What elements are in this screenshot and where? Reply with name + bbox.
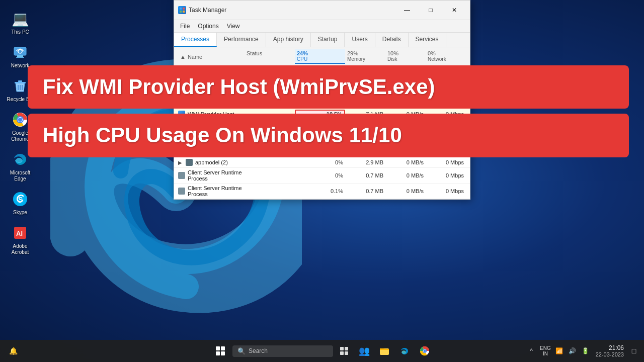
cell-status: [245, 162, 295, 163]
desktop-icon-skype[interactable]: S Skype: [4, 188, 36, 218]
taskbar: 🔔 🔍 Search: [0, 340, 644, 362]
expand-icon: ▶: [178, 160, 183, 165]
menu-options[interactable]: Options: [194, 21, 222, 31]
task-view-icon[interactable]: [335, 342, 353, 360]
process-name: ▶ appmodel (2): [178, 159, 245, 166]
col-cpu[interactable]: 24% CPU: [295, 49, 345, 64]
chevron-up-icon[interactable]: ^: [525, 342, 537, 360]
process-icon: [178, 172, 185, 179]
chrome-taskbar-icon[interactable]: [416, 342, 434, 360]
overlay-banners: Fix WMI Provider Host (WmiPrvSE.exe) Hig…: [28, 65, 629, 157]
chrome-icon: [11, 111, 29, 129]
menu-file[interactable]: File: [176, 21, 194, 31]
start-button[interactable]: [210, 342, 230, 360]
tab-processes[interactable]: Processes: [174, 33, 217, 47]
taskbar-left: 🔔: [4, 342, 22, 360]
banner-fix-wmi-text: Fix WMI Provider Host (WmiPrvSE.exe): [43, 74, 435, 100]
svg-rect-2: [16, 57, 24, 58]
col-memory[interactable]: 29% Memory: [345, 49, 385, 64]
clock-time: 21:06: [609, 344, 624, 351]
svg-rect-19: [345, 347, 348, 350]
cell-disk: 0 MB/s: [385, 172, 426, 179]
tab-performance[interactable]: Performance: [217, 33, 266, 47]
search-placeholder: Search: [249, 347, 268, 354]
cell-network: 0 Mbps: [426, 188, 466, 195]
win-sq-2: [221, 346, 225, 350]
task-manager-tabs: Processes Performance App history Startu…: [174, 33, 470, 47]
win-sq-4: [221, 351, 225, 355]
svg-text:Ai: Ai: [16, 230, 23, 237]
col-network[interactable]: 0% Network: [426, 49, 466, 64]
cell-network: 0 Mbps: [426, 172, 466, 179]
col-name[interactable]: ▲ Name: [178, 49, 245, 64]
table-row[interactable]: Client Server Runtime Process 0% 0.7 MB …: [174, 168, 470, 184]
file-explorer-icon[interactable]: [375, 342, 393, 360]
svg-rect-17: [183, 11, 185, 13]
search-icon: 🔍: [237, 347, 246, 355]
svg-point-26: [424, 350, 426, 352]
network-label: Network: [11, 63, 30, 69]
edge-taskbar-icon[interactable]: [395, 342, 414, 360]
svg-rect-20: [340, 351, 344, 355]
volume-icon[interactable]: 🔊: [567, 342, 579, 360]
menu-view[interactable]: View: [223, 21, 244, 31]
svg-rect-14: [180, 8, 182, 10]
desktop-icon-this-pc[interactable]: 💻 This PC: [4, 8, 36, 37]
cell-disk: 0 MB/s: [385, 188, 426, 195]
battery-icon[interactable]: 🔋: [580, 342, 592, 360]
recycle-bin-icon: [11, 77, 29, 95]
desktop: 💻 This PC Network: [0, 0, 644, 362]
minimize-button[interactable]: —: [395, 4, 419, 17]
table-row[interactable]: ▶ appmodel (2) 0% 2.9 MB 0 MB/s 0 Mbps: [174, 157, 470, 168]
network-status-icon[interactable]: 📶: [553, 342, 566, 360]
svg-point-9: [18, 118, 22, 122]
taskbar-search[interactable]: 🔍 Search: [232, 345, 333, 357]
people-icon[interactable]: 👥: [355, 342, 373, 360]
notification-bell-icon[interactable]: 🔔: [4, 342, 22, 360]
tab-services[interactable]: Services: [409, 33, 446, 47]
task-manager-menubar: File Options View: [174, 20, 470, 33]
table-row[interactable]: Client Server Runtime Process 0.1% 0.7 M…: [174, 184, 470, 199]
system-tray: ^ ENG IN 📶 🔊 🔋 21:06 22-03-2023 □: [525, 342, 640, 360]
desktop-icon-adobe-acrobat[interactable]: Ai Adobe Acrobat: [4, 222, 36, 257]
close-button[interactable]: ✕: [443, 4, 466, 17]
clock-date: 22-03-2023: [596, 351, 624, 357]
svg-text:S: S: [18, 196, 23, 204]
edge-label: Microsoft Edge: [6, 170, 34, 182]
system-clock[interactable]: 21:06 22-03-2023: [593, 344, 627, 357]
cell-status: [245, 191, 295, 192]
adobe-acrobat-icon: Ai: [11, 224, 29, 242]
tab-users[interactable]: Users: [345, 33, 375, 47]
svg-rect-16: [180, 11, 182, 13]
col-disk[interactable]: 10% Disk: [385, 49, 426, 64]
cell-memory: 0.7 MB: [345, 172, 385, 179]
skype-icon: S: [11, 190, 29, 208]
process-name: Client Server Runtime Process: [178, 185, 245, 197]
svg-rect-21: [345, 351, 348, 355]
language-indicator[interactable]: ENG IN: [538, 345, 552, 356]
cell-memory: 0.7 MB: [345, 188, 385, 195]
network-icon: [11, 43, 29, 61]
process-icon: [186, 159, 193, 166]
col-status[interactable]: Status: [245, 49, 295, 64]
svg-rect-5: [18, 80, 22, 82]
edge-icon: [11, 150, 29, 168]
cell-status: [245, 175, 295, 176]
this-pc-label: This PC: [11, 29, 29, 35]
taskbar-right: ^ ENG IN 📶 🔊 🔋 21:06 22-03-2023 □: [525, 342, 640, 360]
win-sq-3: [216, 351, 220, 355]
maximize-button[interactable]: □: [419, 4, 442, 17]
cell-cpu: 0%: [295, 172, 345, 179]
svg-rect-18: [340, 347, 344, 350]
tab-app-history[interactable]: App history: [266, 33, 311, 47]
cell-disk: 0 MB/s: [385, 159, 426, 166]
this-pc-icon: 💻: [11, 10, 29, 28]
tab-details[interactable]: Details: [375, 33, 409, 47]
cell-cpu: 0.1%: [295, 188, 345, 195]
win-sq-1: [216, 346, 220, 350]
banner-high-cpu: High CPU Usage On Windows 11/10: [28, 114, 629, 157]
action-center-icon[interactable]: □: [628, 342, 640, 360]
process-icon: [178, 188, 185, 195]
tab-startup[interactable]: Startup: [311, 33, 345, 47]
adobe-acrobat-label: Adobe Acrobat: [6, 243, 34, 255]
